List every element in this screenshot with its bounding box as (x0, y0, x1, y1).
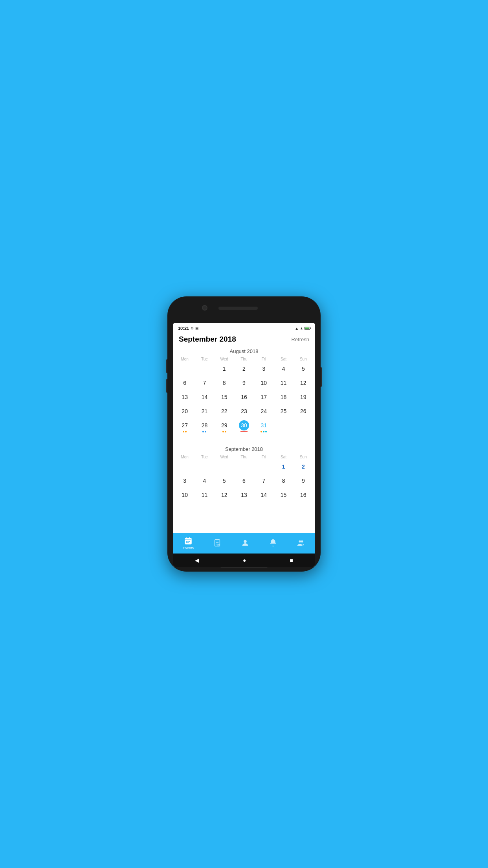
calendar-cell-sep11[interactable]: 11 (194, 489, 214, 503)
calendar-cell-sep5[interactable]: 5 (215, 474, 234, 489)
calendar-cell-sep9[interactable]: 9 (294, 474, 313, 489)
calendar-cell-aug30-today[interactable]: 30 (234, 419, 254, 434)
sd-icon: ▣ (195, 326, 199, 330)
calendar-cell-aug7[interactable]: 7 (194, 377, 214, 391)
calendar-cell-sep6[interactable]: 6 (234, 474, 254, 489)
calendar-cell-aug5[interactable]: 5 (294, 362, 313, 377)
status-icons-right: ▲ ▲ (295, 326, 310, 331)
calendar-cell-aug14[interactable]: 14 (194, 391, 214, 405)
calendar-cell-aug21[interactable]: 21 (194, 405, 214, 419)
day-number[interactable]: 3 (259, 364, 269, 374)
sep-day-header-tue: Tue (194, 454, 214, 460)
calendar-cell-aug17[interactable]: 17 (254, 391, 273, 405)
calendar-cell-empty (194, 460, 214, 474)
calendar-cell-aug25[interactable]: 25 (273, 405, 293, 419)
power-button[interactable] (321, 367, 322, 387)
bell-icon (269, 539, 277, 547)
calendar-scroll-area[interactable]: August 2018 Mon Tue Wed Thu Fri Sat Sun … (173, 346, 315, 533)
svg-rect-5 (187, 541, 189, 542)
calendar-cell-sep15[interactable]: 15 (273, 489, 293, 503)
gear-icon: ⚙ (191, 326, 194, 330)
calendar-cell-empty (215, 460, 234, 474)
volume-up-button[interactable] (166, 359, 167, 373)
calendar-cell-sep1[interactable]: 1 (273, 460, 293, 474)
calendar-cell-aug9[interactable]: 9 (234, 377, 254, 391)
day-number[interactable]: 2 (239, 364, 249, 374)
calendar-cell-aug4[interactable]: 4 (273, 362, 293, 377)
calendar-cell-sep13[interactable]: 13 (234, 489, 254, 503)
calendar-cell-aug23[interactable]: 23 (234, 405, 254, 419)
nav-task[interactable]: ! (213, 539, 222, 548)
aug31-dots (261, 431, 267, 432)
august-week1: 1 2 3 4 5 (173, 362, 315, 377)
september-week2: 3 4 5 6 7 8 9 (173, 474, 315, 489)
calendar-cell-sep14[interactable]: 14 (254, 489, 273, 503)
calendar-cell-aug8[interactable]: 8 (215, 377, 234, 391)
nav-contacts[interactable] (241, 539, 250, 548)
calendar-cell-aug2[interactable]: 2 (234, 362, 254, 377)
calendar-cell-sep7[interactable]: 7 (254, 474, 273, 489)
nav-group[interactable] (297, 539, 305, 548)
phone-screen: 10:21 ⚙ ▣ ▲ ▲ September 2018 Refresh Aug… (173, 323, 315, 567)
calendar-cell-aug13[interactable]: 13 (175, 391, 194, 405)
calendar-cell-aug6[interactable]: 6 (175, 377, 194, 391)
calendar-cell-aug11[interactable]: 11 (273, 377, 293, 391)
sep-day-header-sat: Sat (273, 454, 293, 460)
september-week3: 10 11 12 13 14 15 16 (173, 489, 315, 503)
svg-point-12 (244, 540, 246, 543)
status-time: 10:21 (178, 326, 189, 331)
calendar-cell-sep8[interactable]: 8 (273, 474, 293, 489)
home-button[interactable]: ● (243, 557, 246, 563)
app-header: September 2018 Refresh (173, 333, 315, 346)
svg-rect-7 (186, 542, 187, 543)
calendar-cell-sep12[interactable]: 12 (215, 489, 234, 503)
sep-day-header-mon: Mon (175, 454, 194, 460)
calendar-cell-sep2[interactable]: 2 (294, 460, 313, 474)
refresh-button[interactable]: Refresh (291, 337, 309, 342)
svg-rect-3 (189, 537, 190, 539)
calendar-cell-aug1[interactable]: 1 (215, 362, 234, 377)
task-icon: ! (213, 539, 222, 547)
svg-rect-2 (187, 537, 187, 539)
calendar-cell-aug10[interactable]: 10 (254, 377, 273, 391)
august-week4: 20 21 22 23 24 25 26 (173, 405, 315, 419)
calendar-cell-aug31[interactable]: 31 (254, 419, 273, 434)
calendar-cell-aug18[interactable]: 18 (273, 391, 293, 405)
calendar-cell-aug19[interactable]: 19 (294, 391, 313, 405)
calendar-cell-aug22[interactable]: 22 (215, 405, 234, 419)
calendar-cell-empty (234, 460, 254, 474)
volume-down-button[interactable] (166, 379, 167, 393)
august-title: August 2018 (173, 348, 315, 354)
svg-point-13 (299, 541, 301, 543)
back-button[interactable]: ◀ (195, 557, 199, 563)
calendar-cell-aug26[interactable]: 26 (294, 405, 313, 419)
sep-day-header-thu: Thu (234, 454, 254, 460)
calendar-cell-aug15[interactable]: 15 (215, 391, 234, 405)
day-number[interactable]: 1 (219, 364, 229, 374)
day-number[interactable]: 5 (298, 364, 308, 374)
calendar-cell-aug20[interactable]: 20 (175, 405, 194, 419)
september-month-section: September 2018 Mon Tue Wed Thu Fri Sat S… (173, 444, 315, 507)
calendar-cell-sep3[interactable]: 3 (175, 474, 194, 489)
svg-rect-4 (186, 541, 187, 542)
calendar-cell-aug3[interactable]: 3 (254, 362, 273, 377)
calendar-cell-aug29[interactable]: 29 (215, 419, 234, 434)
day-header-tue: Tue (194, 356, 214, 362)
calendar-cell-sep10[interactable]: 10 (175, 489, 194, 503)
aug28-dots (202, 431, 206, 432)
calendar-cell-aug24[interactable]: 24 (254, 405, 273, 419)
calendar-cell-sep4[interactable]: 4 (194, 474, 214, 489)
calendar-cell-aug16[interactable]: 16 (234, 391, 254, 405)
nav-notifications[interactable] (269, 539, 277, 548)
calendar-cell-aug28[interactable]: 28 (194, 419, 214, 434)
recents-button[interactable]: ■ (290, 557, 293, 563)
calendar-cell-aug27[interactable]: 27 (175, 419, 194, 434)
today-underline (240, 431, 248, 432)
calendar-icon (184, 537, 193, 545)
september-week1: 1 2 (173, 460, 315, 474)
day-number[interactable]: 4 (279, 364, 289, 374)
nav-events[interactable]: Events (183, 537, 194, 550)
calendar-cell-sep16[interactable]: 16 (294, 489, 313, 503)
day-header-mon: Mon (175, 356, 194, 362)
calendar-cell-aug12[interactable]: 12 (294, 377, 313, 391)
